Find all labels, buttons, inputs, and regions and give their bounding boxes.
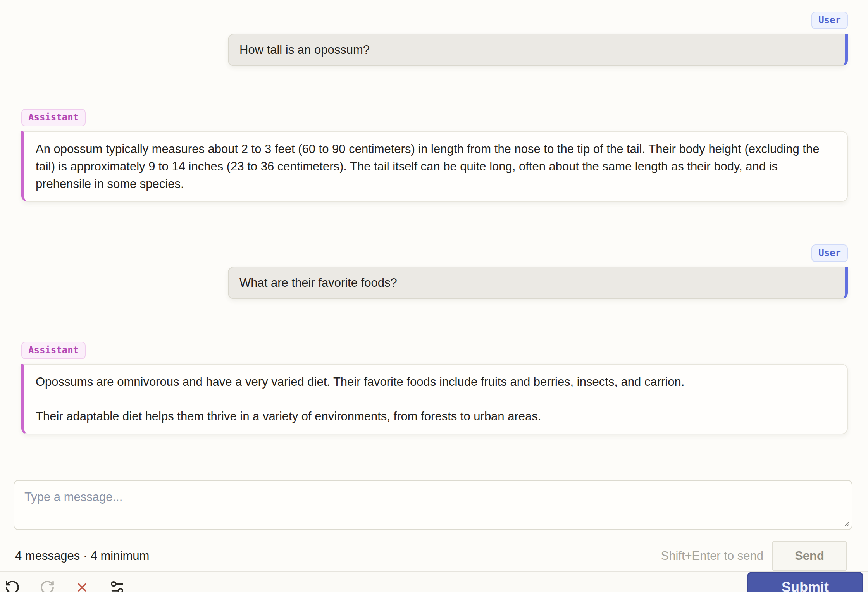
discard-button[interactable] bbox=[74, 579, 91, 592]
message-input-wrap bbox=[14, 480, 852, 530]
user-message: UserHow tall is an opossum? bbox=[21, 12, 848, 66]
message-text: Their adaptable diet helps them thrive i… bbox=[36, 408, 835, 425]
composer-status-row: 4 messages · 4 minimum Shift+Enter to se… bbox=[14, 541, 852, 571]
message-input[interactable] bbox=[14, 480, 852, 530]
composer-section: 4 messages · 4 minimum Shift+Enter to se… bbox=[14, 480, 852, 571]
user-message-bubble: What are their favorite foods? bbox=[228, 267, 848, 299]
message-text: Opossums are omnivorous and have a very … bbox=[36, 373, 835, 391]
conversation-thread: UserHow tall is an opossum?AssistantAn o… bbox=[0, 0, 868, 434]
user-role-badge: User bbox=[811, 12, 848, 29]
redo-button[interactable] bbox=[39, 579, 56, 592]
redo-icon bbox=[40, 580, 55, 592]
assistant-message: AssistantOpossums are omnivorous and hav… bbox=[21, 342, 848, 434]
user-message: UserWhat are their favorite foods? bbox=[21, 244, 848, 299]
message-count-status: 4 messages · 4 minimum bbox=[14, 549, 149, 563]
bottom-toolbar: Submit bbox=[0, 571, 868, 592]
undo-button[interactable] bbox=[4, 579, 21, 592]
resize-grip-icon[interactable] bbox=[841, 518, 850, 527]
settings-sliders-icon bbox=[109, 579, 125, 592]
message-text: An opossum typically measures about 2 to… bbox=[36, 140, 835, 193]
settings-button[interactable] bbox=[108, 579, 126, 592]
assistant-role-badge: Assistant bbox=[21, 342, 86, 359]
assistant-message-bubble: An opossum typically measures about 2 to… bbox=[21, 131, 848, 202]
message-text: What are their favorite foods? bbox=[239, 275, 834, 290]
user-message-bubble: How tall is an opossum? bbox=[228, 34, 848, 66]
user-role-badge: User bbox=[811, 244, 848, 262]
close-icon bbox=[75, 580, 89, 592]
send-button[interactable]: Send bbox=[772, 541, 847, 571]
undo-icon bbox=[5, 580, 20, 592]
chat-annotation-page: UserHow tall is an opossum?AssistantAn o… bbox=[0, 0, 868, 592]
assistant-role-badge: Assistant bbox=[21, 109, 86, 126]
send-controls: Shift+Enter to send Send bbox=[661, 541, 847, 571]
send-shortcut-hint: Shift+Enter to send bbox=[661, 549, 763, 563]
message-text: How tall is an opossum? bbox=[239, 43, 834, 57]
submit-button[interactable]: Submit bbox=[747, 572, 863, 592]
assistant-message: AssistantAn opossum typically measures a… bbox=[21, 109, 848, 202]
assistant-message-bubble: Opossums are omnivorous and have a very … bbox=[21, 364, 848, 434]
